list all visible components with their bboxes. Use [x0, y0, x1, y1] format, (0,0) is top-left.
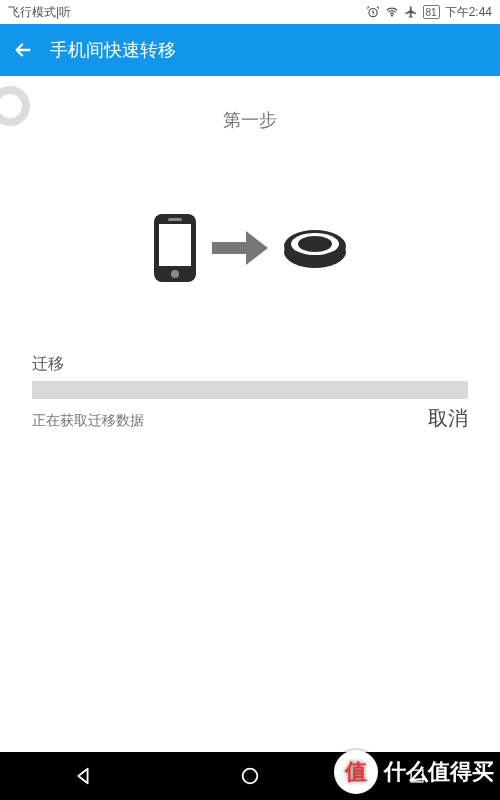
battery-indicator: 81: [423, 5, 440, 19]
status-text: 正在获取迁移数据: [32, 412, 144, 430]
svg-rect-12: [411, 770, 423, 782]
page-title: 手机间快速转移: [50, 38, 176, 62]
airplane-icon: [404, 5, 418, 19]
content: 第一步 迁移 正在获取迁移数据 取消: [0, 76, 500, 752]
disc-device-icon: [282, 226, 348, 270]
section-label: 迁移: [32, 354, 468, 375]
nav-back-button[interactable]: [53, 765, 113, 787]
battery-pct: 81: [426, 7, 437, 18]
svg-point-1: [391, 15, 392, 16]
triangle-back-icon: [72, 765, 94, 787]
arrow-left-icon: [12, 39, 34, 61]
transfer-illustration: [32, 212, 468, 284]
back-button[interactable]: [12, 39, 34, 61]
phone-icon: [152, 212, 198, 284]
progress-bar: [32, 381, 468, 399]
svg-point-10: [298, 236, 332, 252]
system-nav-bar: [0, 752, 500, 800]
nav-recent-button[interactable]: [387, 766, 447, 786]
square-recent-icon: [407, 766, 427, 786]
wifi-icon: [385, 5, 399, 19]
step-title: 第一步: [32, 108, 468, 132]
svg-point-11: [243, 769, 258, 784]
clock-text: 下午2:44: [445, 4, 492, 21]
circle-home-icon: [239, 765, 261, 787]
svg-point-5: [171, 270, 179, 278]
status-bar: 飞行模式|听 81 下午2:44: [0, 0, 500, 24]
alarm-icon: [366, 5, 380, 19]
svg-rect-4: [168, 218, 182, 221]
arrow-right-icon: [212, 231, 268, 265]
nav-home-button[interactable]: [220, 765, 280, 787]
svg-rect-6: [212, 242, 246, 254]
cancel-button[interactable]: 取消: [428, 405, 468, 432]
svg-rect-3: [159, 224, 191, 266]
flight-mode-label: 飞行模式|听: [8, 4, 71, 21]
spinner-icon: [0, 86, 30, 126]
app-bar: 手机间快速转移: [0, 24, 500, 76]
